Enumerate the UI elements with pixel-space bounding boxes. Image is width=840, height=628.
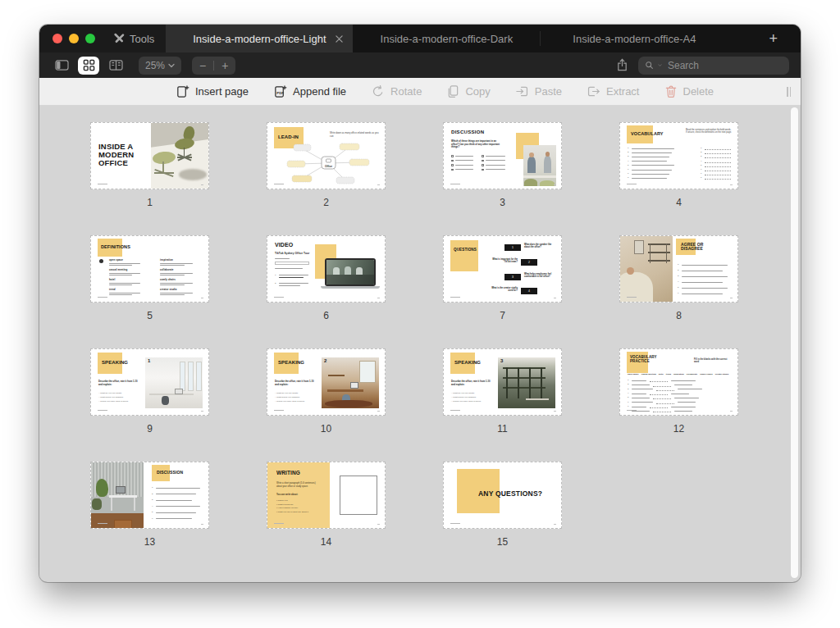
slide-title: casual meeting	[109, 269, 127, 271]
slide-text: Read the sentences and explain the bold …	[686, 129, 733, 134]
two-page-view-button[interactable]	[105, 57, 126, 75]
slide-title: VOCABULARY	[631, 132, 664, 137]
paste-button[interactable]: Paste	[515, 84, 562, 98]
zoom-out-button[interactable]: −	[192, 59, 213, 72]
search-icon	[645, 60, 654, 71]
photo-shape	[666, 243, 667, 263]
page-cell: VOCABULARYRead the sentences and explain…	[619, 122, 738, 208]
slide-title: open space	[109, 259, 123, 262]
rotate-button[interactable]: Rotate	[371, 84, 422, 98]
question-number-box: 1	[504, 244, 521, 251]
slide-text: • How it makes you feel	[276, 507, 324, 509]
slide-photo	[498, 357, 555, 408]
copy-label: Copy	[465, 85, 490, 98]
page-thumbnail[interactable]: QUESTIONS1What does the speaker like abo…	[443, 235, 562, 303]
word-bank-item: casual meeting	[641, 373, 656, 375]
text-line	[455, 169, 473, 170]
page-thumbnail[interactable]: DISCUSSION1.2.3.4.5.6.	[90, 462, 209, 529]
photo-shape	[188, 362, 194, 391]
page-thumbnail[interactable]: VOCABULARY PRACTICEFill in the blanks wi…	[619, 348, 738, 416]
extract-icon	[587, 84, 600, 98]
blank-line	[705, 162, 731, 163]
toolbar-overflow-handle[interactable]	[787, 87, 791, 97]
page-thumbnail[interactable]: DISCUSSIONWhich of these things are impo…	[443, 122, 562, 189]
photo-shape	[325, 400, 372, 407]
page-thumbnail[interactable]: LEAD-INWrite down as many office-related…	[267, 122, 386, 189]
photo-shape	[326, 275, 374, 284]
zoom-level-dropdown[interactable]: 25%	[139, 57, 181, 75]
tab-light[interactable]: Inside-a-modern-office-Light	[166, 25, 353, 52]
slide-text: What helps employees feel comfortable in…	[524, 273, 555, 279]
list-number: 1.	[628, 147, 629, 149]
thumbnail-grid-view-button[interactable]	[78, 57, 99, 75]
slide-page-number	[554, 524, 556, 526]
insert-page-button[interactable]: Insert page	[176, 84, 249, 98]
vertical-scrollbar[interactable]	[791, 107, 798, 578]
page-thumbnail[interactable]: WRITINGWrite a short paragraph (5-6 sent…	[267, 462, 386, 529]
new-tab-button[interactable]: +	[762, 28, 784, 49]
search-field[interactable]	[638, 57, 789, 75]
slide-text: You can write about:	[276, 494, 317, 497]
page-thumbnail[interactable]: SPEAKINGDescribe the office, rate it fro…	[90, 348, 209, 416]
checkbox	[482, 164, 484, 166]
photo-shape	[149, 394, 194, 395]
cover-photo	[151, 123, 210, 189]
video-link	[275, 262, 309, 265]
accent-block	[450, 240, 478, 271]
list-number: 8.	[628, 176, 629, 179]
tab-a4[interactable]: Inside-a-modern-office-A4	[541, 25, 728, 52]
slide-title: ANY QUESTIONS?	[478, 490, 542, 498]
list-number: 7.	[628, 405, 629, 407]
close-window-button[interactable]	[52, 34, 62, 43]
page-cell: WRITINGWrite a short paragraph (5-6 sent…	[267, 462, 386, 548]
share-button[interactable]	[611, 57, 632, 75]
page-thumbnail[interactable]: AGREE OR DISAGREE1.2.3.4.5.6.	[619, 235, 738, 303]
slide-footer	[450, 410, 460, 411]
tools-button[interactable]: Tools	[105, 25, 166, 52]
text-line	[632, 161, 667, 162]
slide-footer	[274, 297, 284, 298]
page-thumbnail[interactable]: SPEAKINGDescribe the office, rate it fro…	[443, 348, 562, 416]
slide-footer	[627, 410, 637, 411]
page-cell: SPEAKINGDescribe the office, rate it fro…	[267, 348, 386, 435]
photo-shape	[96, 479, 108, 497]
minimize-window-button[interactable]	[69, 34, 79, 43]
slide-title: hotel	[109, 279, 115, 281]
text-line	[682, 276, 728, 277]
append-file-button[interactable]: PDF Append file	[273, 84, 346, 98]
blank-line	[705, 157, 731, 158]
photo-shape	[162, 396, 169, 405]
slide-title: WRITING	[276, 471, 300, 476]
delete-button[interactable]: Delete	[664, 84, 714, 98]
page-thumbnail[interactable]: SPEAKINGDescribe the office, rate it fro…	[267, 348, 386, 416]
sidebar-toggle-button[interactable]	[51, 57, 72, 75]
photo-shape	[546, 152, 550, 157]
slide-photo	[620, 236, 673, 303]
text-line	[279, 275, 308, 275]
slide-page-number	[377, 411, 380, 412]
photo-number-badge: 1	[148, 358, 150, 363]
text-line	[632, 174, 669, 175]
search-input[interactable]	[666, 59, 783, 72]
zoom-in-button[interactable]: +	[214, 59, 235, 72]
text-line	[632, 152, 672, 153]
text-line	[632, 165, 674, 166]
extract-button[interactable]: Extract	[587, 84, 639, 98]
photo-shape	[503, 387, 546, 389]
list-number: 4.	[628, 392, 629, 394]
page-thumbnail[interactable]: INSIDE A MODERN OFFICE	[90, 122, 209, 189]
tab-dark[interactable]: Inside-a-modern-office-Dark	[353, 25, 540, 52]
text-line	[486, 165, 505, 166]
zoom-window-button[interactable]	[85, 34, 95, 43]
page-cell: DISCUSSION1.2.3.4.5.6. 13	[90, 462, 209, 548]
blank-line	[705, 153, 731, 154]
text-line	[279, 277, 304, 278]
close-tab-icon[interactable]	[333, 33, 345, 44]
page-thumbnail[interactable]: VOCABULARYRead the sentences and explain…	[619, 122, 738, 189]
list-number: 1.	[701, 147, 702, 149]
copy-button[interactable]: Copy	[446, 84, 490, 98]
page-thumbnail[interactable]: ANY QUESTIONS?	[443, 462, 562, 529]
page-thumbnail[interactable]: DEFINITIONSopen spacecasual meetinghotel…	[90, 235, 209, 303]
page-thumbnail[interactable]: VIDEOTikTok Sydney Office Tour1.2.	[267, 235, 386, 303]
list-number: 3.	[701, 155, 702, 157]
